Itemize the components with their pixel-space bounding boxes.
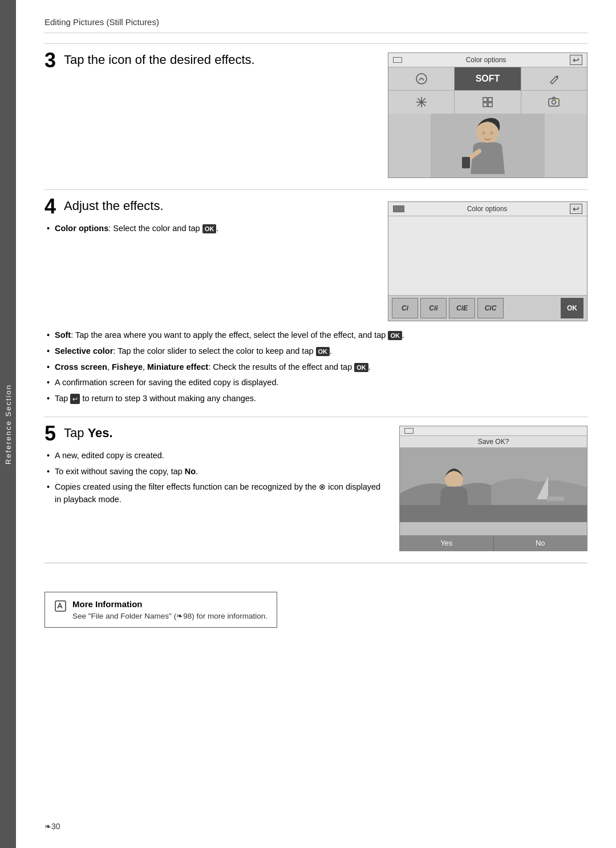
toolbar-btn-soft[interactable]: SOFT bbox=[455, 67, 521, 90]
soft-toolbar-row1: SOFT bbox=[388, 67, 587, 91]
page-number: ❧30 bbox=[44, 822, 60, 831]
color-ok-btn[interactable]: OK bbox=[561, 298, 583, 318]
save-screen: Save OK? bbox=[399, 426, 587, 551]
pen-icon bbox=[548, 72, 560, 85]
step4-bullet-list-1: Color options: Select the color and tap … bbox=[44, 223, 376, 235]
color-btn-se[interactable]: CiE bbox=[449, 298, 475, 318]
person-illustration-soft bbox=[431, 114, 545, 177]
color-btn-vi[interactable]: Ci bbox=[392, 298, 418, 318]
svg-rect-13 bbox=[462, 157, 470, 168]
page-footer: ❧30 bbox=[44, 822, 60, 831]
bullet-cross-screen: Cross screen, Fisheye, Miniature effect:… bbox=[44, 361, 587, 374]
toolbar-btn-grid[interactable] bbox=[455, 91, 521, 114]
color-btn-bw[interactable]: Cii bbox=[420, 298, 447, 318]
back-icon: ↩ bbox=[573, 55, 579, 64]
bullet-new-copy-text: A new, edited copy is created. bbox=[55, 451, 164, 460]
ok-badge-soft: OK bbox=[388, 331, 402, 340]
more-info-text: See "File and Folder Names" (❧98) for mo… bbox=[72, 611, 268, 620]
bullet-color-options: Color options: Select the color and tap … bbox=[44, 223, 376, 235]
soft-screen: Color options ↩ bbox=[388, 53, 587, 178]
bullet-return-text-pre: Tap bbox=[55, 394, 70, 403]
step5-title-yes: Yes. bbox=[88, 426, 113, 440]
svg-rect-7 bbox=[483, 103, 487, 107]
step4-text: 4 Adjust the effects. Color options: Sel… bbox=[44, 199, 376, 239]
toolbar-btn-snowflake[interactable] bbox=[388, 91, 455, 114]
toolbar-btn-pen[interactable] bbox=[521, 67, 587, 90]
section-step5: 5 Tap Yes. A new, edited copy is created… bbox=[44, 417, 587, 551]
ok-topbar: Color options ↩ bbox=[388, 202, 587, 216]
step5-bullet-list: A new, edited copy is created. To exit w… bbox=[44, 450, 382, 506]
step3-inner: 3 Tap the icon of the desired effects. C… bbox=[44, 53, 587, 178]
svg-rect-17 bbox=[400, 505, 587, 522]
bullet-new-copy: A new, edited copy is created. bbox=[44, 450, 382, 462]
more-info-title: More Information bbox=[72, 599, 268, 609]
bullet-cross-text: : Check the results of the effect and ta… bbox=[208, 362, 354, 371]
toolbar-btn-camera-fx[interactable] bbox=[521, 91, 587, 114]
soft-label: SOFT bbox=[476, 74, 500, 84]
save-illustration bbox=[400, 448, 587, 522]
ok-screen: Color options ↩ Ci Cii CiE CiC OK bbox=[388, 201, 587, 321]
ok-screen-body bbox=[388, 216, 587, 295]
step3-screen: Color options ↩ bbox=[388, 53, 587, 178]
step5-text: 5 Tap Yes. A new, edited copy is created… bbox=[44, 426, 382, 510]
svg-rect-19 bbox=[547, 496, 564, 501]
step3-text: 3 Tap the icon of the desired effects. bbox=[44, 53, 376, 178]
bullet-label-soft: Soft bbox=[55, 330, 71, 340]
save-ok-text: Save OK? bbox=[478, 438, 509, 446]
step3-number: 3 bbox=[44, 53, 56, 71]
bullet-text-color-options: : Select the color and tap bbox=[108, 224, 202, 233]
save-yes-label: Yes bbox=[440, 539, 452, 547]
divider bbox=[44, 563, 587, 563]
save-topbar bbox=[400, 426, 587, 436]
svg-rect-8 bbox=[488, 103, 492, 107]
side-tab: Reference Section bbox=[0, 0, 16, 848]
step5-layout: 5 Tap Yes. A new, edited copy is created… bbox=[44, 426, 587, 551]
filter-icon-symbol: ⊗ bbox=[319, 482, 326, 491]
bullet-no-bold: No bbox=[185, 467, 196, 476]
camera-fx-icon bbox=[548, 96, 560, 108]
side-tab-label: Reference Section bbox=[4, 384, 13, 465]
ok-topbar-back[interactable]: ↩ bbox=[570, 204, 582, 214]
bullet-label-fisheye: Fisheye bbox=[112, 362, 143, 371]
step4-bullet-list-extra: Soft: Tap the area where you want to app… bbox=[44, 329, 587, 405]
edit-icon bbox=[415, 72, 428, 85]
bullet-return-text-post: to return to step 3 without making any c… bbox=[80, 394, 256, 403]
bullet-exit-text-post: . bbox=[196, 467, 198, 476]
save-no-label: No bbox=[536, 539, 545, 547]
topbar-title: Color options bbox=[466, 56, 506, 64]
page-header: Editing Pictures (Still Pictures) bbox=[44, 17, 587, 33]
save-no-btn[interactable]: No bbox=[494, 535, 587, 551]
ok-badge-selective: OK bbox=[316, 347, 330, 356]
bullet-soft-text: : Tap the area where you want to apply t… bbox=[71, 330, 388, 340]
page-header-text: Editing Pictures (Still Pictures) bbox=[44, 17, 159, 27]
color-btn-cc[interactable]: CiC bbox=[477, 298, 504, 318]
save-yes-btn[interactable]: Yes bbox=[400, 535, 494, 551]
step5-number: 5 bbox=[44, 426, 56, 444]
main-content: Editing Pictures (Still Pictures) 3 Tap … bbox=[16, 0, 616, 848]
step5-title-container: 5 Tap Yes. bbox=[44, 426, 382, 444]
more-info-box: More Information See "File and Folder Na… bbox=[44, 592, 277, 628]
ok-screen-bottombar: Ci Cii CiE CiC OK bbox=[388, 295, 587, 321]
bullet-cross-comma2: , bbox=[143, 362, 147, 371]
toolbar-btn-edit[interactable] bbox=[388, 67, 455, 90]
page-wrapper: Reference Section Editing Pictures (Stil… bbox=[0, 0, 616, 848]
return-icon-badge: ↩ bbox=[70, 394, 80, 405]
bullet-return: Tap ↩ to return to step 3 without making… bbox=[44, 393, 587, 405]
bullet-label-color-options: Color options bbox=[55, 224, 108, 233]
soft-topbar: Color options ↩ bbox=[388, 53, 587, 67]
topbar-back-btn[interactable]: ↩ bbox=[570, 55, 582, 65]
more-info-icon bbox=[54, 600, 67, 615]
svg-rect-21 bbox=[55, 601, 66, 611]
step4-title-container: 4 Adjust the effects. bbox=[44, 199, 376, 217]
step4-number: 4 bbox=[44, 199, 56, 217]
section-step4: 4 Adjust the effects. Color options: Sel… bbox=[44, 189, 587, 405]
save-topbar-left bbox=[404, 428, 414, 434]
step4-title: Adjust the effects. bbox=[64, 199, 163, 213]
pencil-icon bbox=[54, 600, 67, 612]
step3-title-container: 3 Tap the icon of the desired effects. bbox=[44, 53, 376, 71]
bullet-filter-icon: Copies created using the filter effects … bbox=[44, 481, 382, 506]
step4-screen: Color options ↩ Ci Cii CiE CiC OK bbox=[388, 201, 587, 321]
save-screen-body bbox=[400, 448, 587, 535]
save-buttons-bar: Yes No bbox=[400, 535, 587, 551]
soft-toolbar-row2 bbox=[388, 91, 587, 114]
